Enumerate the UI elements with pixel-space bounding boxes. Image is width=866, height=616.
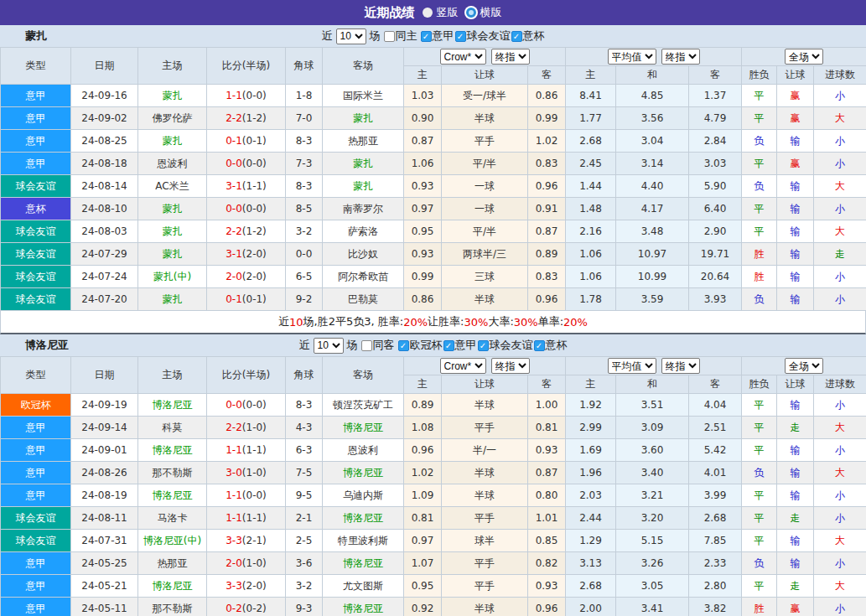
bookmaker-select[interactable]: Crow* xyxy=(440,49,486,65)
radio-label-vertical[interactable]: 竖版 xyxy=(437,5,459,20)
goals-result-cell: 大 xyxy=(814,462,866,484)
score-fulltime: 3-1 xyxy=(226,248,242,260)
crow-away-odds: 1.01 xyxy=(528,507,566,530)
handicap-result-cell: 输 xyxy=(777,530,814,552)
rounds-select[interactable]: 10 xyxy=(314,338,344,354)
league-filter-checkbox[interactable]: ✓ xyxy=(534,340,545,351)
score-halftime: (1-2) xyxy=(242,225,267,237)
same-side-checkbox[interactable] xyxy=(361,340,372,351)
score-fulltime: 3-1 xyxy=(226,180,242,192)
avg-draw-odds: 3.48 xyxy=(616,220,689,243)
away-team-name: 热那亚 xyxy=(348,135,378,147)
avg-home-odds: 2.44 xyxy=(566,507,616,530)
corner-cell: 7-0 xyxy=(286,107,323,130)
away-team-name: 蒙扎 xyxy=(353,112,373,124)
away-team-name: 比沙奴 xyxy=(348,248,378,260)
home-team-name: 博洛尼亚(中) xyxy=(143,535,201,546)
odds-stage-select-2[interactable]: 终指 xyxy=(661,358,700,374)
goals-result-cell: 大 xyxy=(814,575,866,598)
score-fulltime: 2-0 xyxy=(226,557,242,569)
near-label: 近 xyxy=(299,338,310,353)
league-filter-checkbox[interactable]: ✓ xyxy=(455,31,466,42)
avg-draw-odds: 4.17 xyxy=(616,198,689,220)
home-team-cell: 蒙扎 xyxy=(138,288,207,311)
league-filter-checkbox[interactable]: ✓ xyxy=(478,340,489,351)
type-badge-cell: 意甲 xyxy=(1,462,71,484)
score-halftime: (2-0) xyxy=(242,271,267,282)
corner-cell: 9-5 xyxy=(286,484,323,507)
crow-away-odds: 0.83 xyxy=(528,153,566,175)
fulltime-select[interactable]: 全场 xyxy=(785,49,823,65)
average-select[interactable]: 平均值 xyxy=(608,358,656,374)
corner-cell: 7-5 xyxy=(286,462,323,484)
score-cell: 0-1(0-1) xyxy=(207,288,286,311)
layout-radio-vertical[interactable]: 竖版 xyxy=(423,5,459,20)
bookmaker-select[interactable]: Crow* xyxy=(440,358,486,374)
score-fulltime: 2-2 xyxy=(226,112,242,124)
away-team-cell: 博洛尼亚 xyxy=(323,417,404,439)
home-team-cell: 马洛卡 xyxy=(138,507,207,530)
league-filter-checkbox[interactable]: ✓ xyxy=(398,340,409,351)
summary-text-segment: 10 xyxy=(289,316,303,329)
rounds-select[interactable]: 10 xyxy=(336,28,366,44)
avg-draw-odds: 4.40 xyxy=(616,175,689,198)
away-team-cell: 博洛尼亚 xyxy=(323,552,404,575)
handicap-result-cell: 输 xyxy=(777,288,814,311)
odds-stage-select-2[interactable]: 终指 xyxy=(661,49,700,65)
away-team-name: 恩波利 xyxy=(348,444,378,456)
crow-home-odds: 0.89 xyxy=(404,394,442,417)
type-badge-cell: 意甲 xyxy=(1,107,71,130)
crow-handicap: 三球 xyxy=(442,266,528,288)
col-header-crow-home: 主 xyxy=(404,66,442,85)
crow-away-odds: 0.80 xyxy=(528,484,566,507)
score-halftime: (2-1) xyxy=(242,535,267,546)
result-cell: 胜 xyxy=(742,598,777,616)
crow-away-odds: 0.91 xyxy=(528,198,566,220)
handicap-result-cell: 输 xyxy=(777,552,814,575)
crow-handicap: 两球半/三 xyxy=(442,243,528,266)
avg-draw-odds: 4.85 xyxy=(616,85,689,107)
league-filter-label: 意甲 xyxy=(433,28,454,44)
crow-handicap: 半球 xyxy=(442,484,528,507)
fulltime-select[interactable]: 全场 xyxy=(785,358,823,374)
radio-icon-vertical[interactable] xyxy=(423,8,433,18)
same-side-checkbox[interactable] xyxy=(384,31,395,42)
date-cell: 24-07-31 xyxy=(71,530,138,552)
score-fulltime: 1-1 xyxy=(226,90,242,101)
avg-draw-odds: 3.40 xyxy=(616,462,689,484)
goals-result-cell: 大 xyxy=(814,175,866,198)
avg-draw-odds: 3.51 xyxy=(616,394,689,417)
summary-text-segment: 近 xyxy=(278,314,289,329)
radio-icon-horizontal[interactable] xyxy=(466,8,476,18)
result-cell: 负 xyxy=(742,552,777,575)
home-team-name: 蒙扎 xyxy=(163,248,183,260)
league-filter-checkbox[interactable]: ✓ xyxy=(421,31,432,42)
layout-radio-horizontal[interactable]: 横版 xyxy=(466,5,502,20)
type-badge-cell: 意甲 xyxy=(1,575,71,598)
handicap-result-cell: 输 xyxy=(777,484,814,507)
type-badge-cell: 球会友谊 xyxy=(1,507,71,530)
score-fulltime: 0-1 xyxy=(226,135,242,147)
crow-home-odds: 1.02 xyxy=(404,462,442,484)
avg-away-odds: 2.80 xyxy=(689,575,742,598)
result-cell: 负 xyxy=(742,288,777,311)
radio-label-horizontal[interactable]: 横版 xyxy=(480,5,502,20)
league-filter-checkbox[interactable]: ✓ xyxy=(443,340,454,351)
type-badge-cell: 球会友谊 xyxy=(1,243,71,266)
away-team-cell: 蒙扎 xyxy=(323,175,404,198)
handicap-result-cell: 赢 xyxy=(777,153,814,175)
avg-away-odds: 4.01 xyxy=(689,462,742,484)
match-row: 意甲24-08-19博洛尼亚1-1(0-0)9-5乌迪内斯1.09半球0.802… xyxy=(1,484,866,507)
odds-stage-select-1[interactable]: 终指 xyxy=(491,49,530,65)
type-badge-cell: 球会友谊 xyxy=(1,530,71,552)
odds-stage-select-1[interactable]: 终指 xyxy=(491,358,530,374)
match-row: 欧冠杯24-09-19博洛尼亚0-0(0-0)8-3顿涅茨克矿工0.89半球1.… xyxy=(1,394,866,417)
crow-away-odds: 0.96 xyxy=(528,175,566,198)
league-filters: ✓欧冠杯✓意甲✓球会友谊✓意杯 xyxy=(398,338,568,353)
result-cell: 平 xyxy=(742,153,777,175)
score-cell: 2-2(1-0) xyxy=(207,417,286,439)
average-select[interactable]: 平均值 xyxy=(608,49,656,65)
date-cell: 24-09-02 xyxy=(71,107,138,130)
league-filter-checkbox[interactable]: ✓ xyxy=(511,31,522,42)
rounds-unit-label: 场 xyxy=(370,28,381,44)
